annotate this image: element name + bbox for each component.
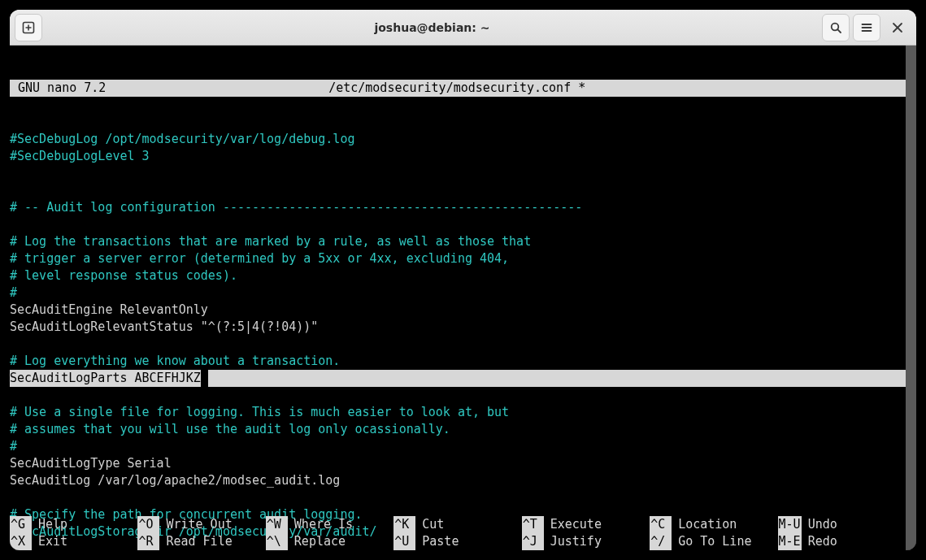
editor-line-text: # Log everything we know about a transac…: [10, 354, 340, 368]
help-label: Help: [32, 516, 67, 533]
editor-line: SecAuditEngine RelevantOnly: [10, 302, 906, 319]
help-label: Go To Line: [672, 533, 751, 550]
help-key: ^/: [650, 533, 672, 550]
help-key: ^W: [266, 516, 288, 533]
plus-box-icon: [22, 21, 35, 34]
help-item: ^RRead File: [137, 533, 265, 550]
editor-line-text: #SecDebugLogLevel 3: [10, 149, 150, 163]
help-item: ^\Replace: [266, 533, 393, 550]
editor-line-text: #SecDebugLog /opt/modsecurity/var/log/de…: [10, 132, 354, 146]
editor-line: SecAuditLogType Serial: [10, 455, 906, 472]
editor-line-text: SecAuditLogParts ABCEFHJKZ: [10, 371, 201, 385]
editor-lines: #SecDebugLog /opt/modsecurity/var/log/de…: [10, 131, 916, 550]
editor-line: [10, 216, 906, 233]
editor-line: # Log the transactions that are marked b…: [10, 233, 906, 250]
editor-line-text: # level response status codes).: [10, 268, 237, 283]
editor-line: [10, 489, 906, 506]
editor-line-text: [10, 166, 17, 180]
editor-line: # assumes that you will use the audit lo…: [10, 421, 906, 438]
nano-file-name: /etc/modsecurity/modsecurity.conf *: [106, 80, 808, 97]
help-key: ^X: [10, 533, 32, 550]
editor-line-text: # assumes that you will use the audit lo…: [10, 422, 450, 436]
help-key: ^T: [522, 516, 544, 533]
help-item: ^GHelp: [10, 516, 137, 533]
nano-help-bar: ^GHelp^OWrite Out^WWhere Is^KCut^TExecut…: [10, 516, 906, 550]
editor-line-text: [10, 388, 17, 402]
help-key: ^R: [137, 533, 159, 550]
help-label: Exit: [32, 533, 67, 550]
help-key: ^K: [393, 516, 415, 533]
editor-line-text: SecAuditEngine RelevantOnly: [10, 302, 208, 317]
help-item: ^/Go To Line: [650, 533, 777, 550]
help-key: ^\: [266, 533, 288, 550]
help-label: Undo: [802, 516, 837, 533]
editor-line: # Log everything we know about a transac…: [10, 353, 906, 370]
help-item: ^OWrite Out: [137, 516, 265, 533]
help-key: ^G: [10, 516, 32, 533]
help-label: Replace: [288, 533, 346, 550]
editor-line: # Use a single file for logging. This is…: [10, 404, 906, 421]
help-label: Execute: [544, 516, 602, 533]
editor-line-text: #: [10, 439, 17, 454]
editor-line-text: SecAuditLog /var/log/apache2/modsec_audi…: [10, 473, 340, 488]
editor-line-text: #: [10, 285, 17, 300]
search-button[interactable]: [822, 14, 850, 41]
editor-line: #: [10, 438, 906, 455]
nano-header: GNU nano 7.2 /etc/modsecurity/modsecurit…: [10, 80, 906, 97]
editor-line: #: [10, 284, 906, 302]
editor-line: # trigger a server error (determined by …: [10, 250, 906, 267]
editor-line: SecAuditLog /var/log/apache2/modsec_audi…: [10, 472, 906, 489]
terminal-window: joshua@debian: ~: [10, 10, 916, 550]
editor-line-text: # trigger a server error (determined by …: [10, 251, 509, 266]
help-label: Justify: [544, 533, 602, 550]
editor-line: #SecDebugLog /opt/modsecurity/var/log/de…: [10, 131, 906, 148]
editor-line-text: [10, 217, 17, 232]
help-item: ^CLocation: [650, 516, 777, 533]
help-label: Paste: [415, 533, 459, 550]
help-label: Where Is: [288, 516, 353, 533]
editor-line: [10, 182, 906, 199]
help-key: ^O: [137, 516, 159, 533]
editor-line: SecAuditLogRelevantStatus "^(?:5|4(?!04)…: [10, 319, 906, 336]
text-cursor: [201, 370, 208, 387]
editor-line-text: [10, 336, 17, 351]
editor-line: [10, 336, 906, 353]
scrollbar[interactable]: [906, 46, 916, 550]
svg-line-4: [837, 29, 841, 33]
help-key: M-U: [778, 516, 802, 533]
help-item: ^KCut: [393, 516, 521, 533]
menu-button[interactable]: [853, 14, 880, 41]
help-item: M-UUndo: [778, 516, 906, 533]
help-label: Read File: [159, 533, 232, 550]
new-tab-button[interactable]: [15, 14, 42, 41]
help-key: ^U: [393, 533, 415, 550]
help-label: Cut: [415, 516, 444, 533]
help-item: ^UPaste: [393, 533, 521, 550]
hamburger-icon: [860, 21, 873, 34]
editor-line-text: # Use a single file for logging. This is…: [10, 405, 509, 419]
editor-line-text: # -- Audit log configuration -----------…: [10, 200, 582, 215]
editor-line-text: [10, 183, 17, 198]
editor-line-text: # Log the transactions that are marked b…: [10, 234, 531, 249]
editor-line: # level response status codes).: [10, 267, 906, 284]
help-item: M-ERedo: [778, 533, 906, 550]
close-button[interactable]: [884, 14, 911, 41]
editor-line: #SecDebugLogLevel 3: [10, 148, 906, 165]
titlebar: joshua@debian: ~: [10, 10, 916, 46]
window-title: joshua@debian: ~: [42, 21, 822, 34]
scrollbar-thumb[interactable]: [906, 46, 916, 550]
help-label: Location: [672, 516, 737, 533]
help-label: Write Out: [159, 516, 232, 533]
terminal-area[interactable]: GNU nano 7.2 /etc/modsecurity/modsecurit…: [10, 46, 916, 550]
help-label: Redo: [802, 533, 837, 550]
editor-line-text: [10, 490, 17, 505]
editor-line-text: SecAuditLogType Serial: [10, 456, 172, 471]
editor-line-text: SecAuditLogRelevantStatus "^(?:5|4(?!04)…: [10, 319, 318, 334]
help-item: ^WWhere Is: [266, 516, 393, 533]
editor-line: [10, 165, 906, 182]
help-key: ^C: [650, 516, 672, 533]
help-item: ^XExit: [10, 533, 137, 550]
editor-line: [10, 387, 906, 404]
help-key: ^J: [522, 533, 544, 550]
help-item: ^TExecute: [522, 516, 650, 533]
